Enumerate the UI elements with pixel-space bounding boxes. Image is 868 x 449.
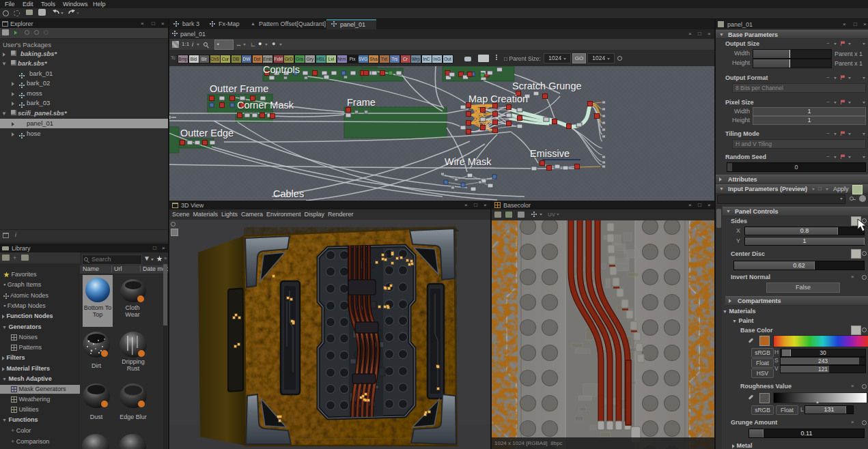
svg-text:Frame: Frame	[347, 97, 376, 108]
svg-text:Outter Edge: Outter Edge	[180, 128, 234, 139]
svg-text:Scratch Grunge: Scratch Grunge	[512, 81, 582, 91]
svg-text:Outter Frame: Outter Frame	[210, 83, 268, 94]
svg-text:Emissive: Emissive	[530, 148, 570, 159]
svg-text:Corner Mask: Corner Mask	[237, 100, 294, 111]
svg-text:Wire Mask: Wire Mask	[445, 156, 492, 167]
svg-text:Controls: Controls	[263, 66, 300, 75]
svg-text:Cables: Cables	[273, 188, 304, 199]
svg-text:Map Creation: Map Creation	[468, 93, 528, 104]
